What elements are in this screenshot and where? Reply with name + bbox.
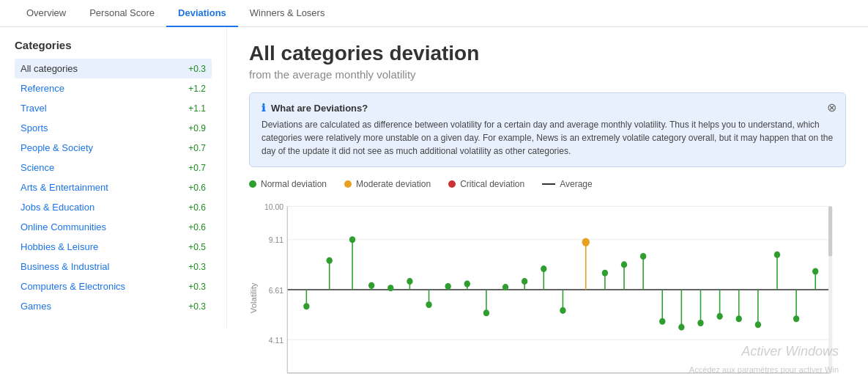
legend-normal: Normal deviation: [249, 179, 327, 189]
svg-rect-68: [828, 206, 832, 256]
nav-tab-overview[interactable]: Overview: [15, 0, 78, 27]
svg-point-16: [349, 236, 355, 243]
category-score: +0.7: [188, 143, 206, 153]
page-title: All categories deviation: [249, 42, 846, 65]
category-score: +0.3: [188, 262, 206, 272]
svg-point-34: [522, 278, 527, 285]
category-name: Games: [21, 301, 51, 312]
sidebar-item-sports[interactable]: Sports+0.9: [15, 118, 212, 138]
nav-tabs: OverviewPersonal ScoreDeviationsWinners …: [0, 0, 868, 27]
nav-tab-personal-score[interactable]: Personal Score: [78, 0, 166, 27]
category-score: +0.6: [188, 183, 206, 193]
sidebar: Categories All categories+0.3Reference+1…: [0, 27, 227, 371]
svg-text:6.61: 6.61: [269, 285, 283, 294]
svg-point-18: [368, 282, 374, 289]
sidebar-item-jobs---education[interactable]: Jobs & Education+0.6: [15, 197, 212, 217]
category-score: +0.6: [188, 222, 206, 232]
svg-text:10.00: 10.00: [264, 202, 283, 210]
sidebar-item-arts---entertainment[interactable]: Arts & Entertainment+0.6: [15, 177, 212, 197]
svg-text:9.11: 9.11: [269, 235, 283, 244]
category-score: +1.2: [188, 84, 206, 94]
sidebar-item-games[interactable]: Games+0.3: [15, 296, 212, 316]
category-score: +0.6: [188, 202, 206, 213]
svg-point-42: [602, 270, 608, 276]
sidebar-item-travel[interactable]: Travel+1.1: [15, 98, 212, 118]
category-score: +0.3: [188, 282, 206, 292]
category-name: Travel: [21, 103, 47, 114]
svg-point-26: [445, 283, 450, 290]
category-name: Sports: [21, 122, 48, 133]
info-box-title: What are Deviations?: [271, 103, 368, 114]
svg-point-28: [464, 281, 470, 287]
category-name: Arts & Entertainment: [21, 182, 108, 193]
svg-point-60: [774, 252, 780, 258]
watermark-sub: Accédez aux paramètres pour activer Win: [689, 365, 839, 374]
category-score: +0.9: [188, 123, 206, 133]
moderate-dot: [344, 180, 352, 188]
main-content: All categories deviation from the averag…: [227, 27, 868, 371]
page-subtitle: from the average monthly volatility: [249, 68, 846, 81]
svg-point-22: [407, 278, 412, 285]
svg-point-40: [582, 238, 590, 246]
svg-point-30: [483, 309, 489, 316]
category-name: People & Society: [21, 142, 93, 153]
svg-point-58: [755, 321, 761, 328]
svg-text:Volatility: Volatility: [250, 282, 258, 313]
sidebar-item-science[interactable]: Science+0.7: [15, 158, 212, 177]
svg-point-14: [327, 257, 333, 264]
critical-dot: [448, 180, 456, 188]
sidebar-item-hobbies---leisure[interactable]: Hobbies & Leisure+0.5: [15, 237, 212, 257]
info-box-header: ℹ What are Deviations?: [261, 102, 834, 114]
svg-point-32: [502, 284, 508, 290]
category-score: +0.5: [188, 242, 206, 252]
category-score: +0.3: [188, 301, 206, 312]
svg-point-46: [640, 253, 646, 260]
legend-normal-label: Normal deviation: [261, 179, 327, 189]
info-icon: ℹ: [261, 102, 265, 114]
chart-legend: Normal deviation Moderate deviation Crit…: [249, 179, 846, 189]
svg-point-64: [812, 268, 818, 274]
category-name: Hobbies & Leisure: [21, 241, 98, 252]
category-score: +0.3: [188, 64, 206, 74]
category-name: All categories: [21, 63, 78, 74]
sidebar-item-people---society[interactable]: People & Society+0.7: [15, 138, 212, 158]
svg-point-44: [621, 261, 627, 268]
svg-point-48: [659, 318, 665, 325]
svg-point-12: [303, 303, 309, 309]
svg-point-24: [426, 301, 431, 308]
svg-point-52: [697, 320, 703, 326]
sidebar-item-online-communities[interactable]: Online Communities+0.6: [15, 217, 212, 237]
nav-tab-deviations[interactable]: Deviations: [166, 0, 238, 27]
category-name: Business & Industrial: [21, 261, 109, 272]
nav-tab-winners---losers[interactable]: Winners & Losers: [238, 0, 337, 27]
info-box-text: Deviations are calculated as difference …: [261, 118, 834, 158]
close-icon[interactable]: ⊗: [827, 100, 837, 114]
category-score: +1.1: [188, 103, 206, 114]
legend-moderate-label: Moderate deviation: [356, 179, 431, 189]
svg-text:4.11: 4.11: [269, 335, 283, 344]
category-name: Reference: [21, 83, 64, 94]
legend-critical-label: Critical deviation: [460, 179, 524, 189]
category-score: +0.7: [188, 163, 206, 173]
legend-moderate: Moderate deviation: [344, 179, 431, 189]
watermark: Activer Windows: [741, 344, 839, 359]
info-box: ℹ What are Deviations? Deviations are ca…: [249, 92, 846, 167]
svg-point-38: [560, 307, 565, 314]
svg-point-62: [793, 315, 799, 322]
category-name: Jobs & Education: [21, 202, 94, 213]
sidebar-title: Categories: [15, 39, 212, 51]
svg-point-20: [387, 285, 393, 291]
category-name: Computers & Electronics: [21, 281, 125, 292]
svg-point-56: [736, 315, 742, 322]
normal-dot: [249, 180, 256, 188]
legend-average: Average: [542, 179, 592, 189]
sidebar-item-reference[interactable]: Reference+1.2: [15, 78, 212, 98]
sidebar-item-computers---electronics[interactable]: Computers & Electronics+0.3: [15, 276, 212, 296]
category-name: Online Communities: [21, 221, 106, 232]
svg-point-36: [541, 265, 546, 272]
svg-point-50: [678, 324, 684, 331]
sidebar-item-all-categories[interactable]: All categories+0.3: [15, 59, 212, 78]
category-name: Science: [21, 162, 54, 173]
sidebar-item-business---industrial[interactable]: Business & Industrial+0.3: [15, 257, 212, 276]
svg-point-54: [716, 313, 722, 320]
